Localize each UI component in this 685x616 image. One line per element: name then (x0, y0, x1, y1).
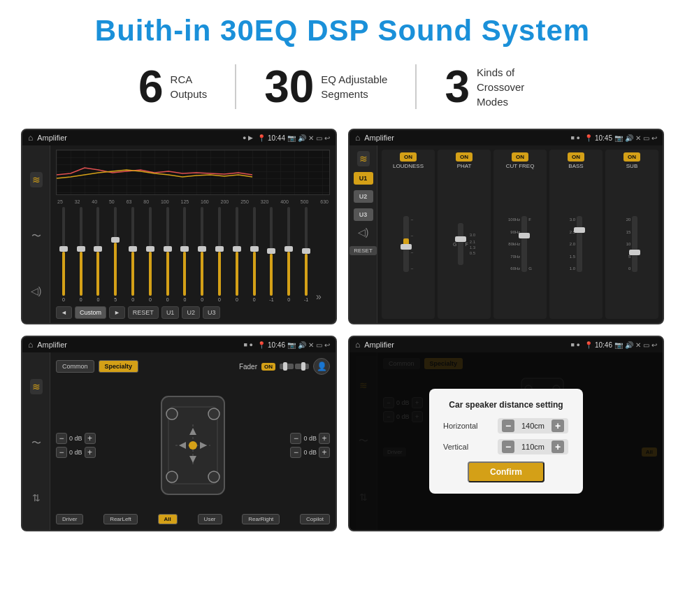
eq-expand-btn[interactable]: » (316, 291, 330, 302)
vol-plus-1[interactable]: + (85, 433, 96, 444)
eq-u2-btn[interactable]: U2 (182, 306, 200, 319)
vol-plus-3[interactable]: + (319, 433, 330, 444)
vol-plus-4[interactable]: + (319, 447, 330, 458)
vol-minus-4[interactable]: − (290, 447, 301, 458)
horizontal-minus-btn[interactable]: − (502, 420, 514, 432)
crossover-home-icon: ⌂ (355, 133, 360, 143)
crossover-u2-btn[interactable]: U2 (354, 190, 373, 203)
crossover-u1-btn[interactable]: U1 (354, 172, 373, 185)
phat-label: PHAT (457, 163, 472, 169)
fader-common-tab[interactable]: Common (56, 360, 94, 373)
dialog-horizontal-row: Horizontal − 140cm + (443, 418, 569, 434)
horizontal-plus-btn[interactable]: + (551, 420, 564, 432)
svg-point-9 (189, 441, 197, 450)
crossover-volume-icon: 🔊 (625, 134, 633, 142)
horizontal-stepper: − 140cm + (498, 418, 568, 434)
driver-btn[interactable]: Driver (56, 514, 83, 524)
user-btn[interactable]: User (198, 514, 222, 524)
eq-home-icon: ⌂ (28, 133, 33, 143)
phat-on-btn[interactable]: ON (456, 152, 473, 162)
copilot-btn[interactable]: Copilot (300, 514, 330, 524)
vol-control-2: − 0 dB + (56, 447, 96, 458)
eq-custom-btn[interactable]: Custom (75, 306, 106, 319)
eq-slider-7: 0 (160, 207, 175, 302)
loudness-label: LOUDNESS (393, 163, 424, 169)
eq-camera-icon: 📷 (287, 134, 296, 142)
vol-value-4: 0 dB (303, 449, 317, 456)
crossover-app-title: Amplifier (364, 134, 566, 142)
eq-slider-13: -1 (264, 207, 280, 302)
crossover-u3-btn[interactable]: U3 (354, 208, 373, 221)
eq-freq-labels: 253240506380100125160200250320400500630 (56, 199, 330, 204)
loudness-on-btn[interactable]: ON (400, 152, 417, 162)
dialog-status-bar: ⌂ Amplifier ■ ● 📍 10:46 📷 🔊 ✕ ▭ ↩ (349, 337, 663, 352)
vertical-minus-btn[interactable]: − (502, 440, 514, 453)
vol-minus-3[interactable]: − (290, 433, 301, 444)
eq-graph-svg (57, 150, 329, 194)
sub-label: SUB (626, 163, 637, 169)
eq-sidebar-speaker-icon[interactable]: ◁) (31, 285, 42, 296)
sub-on-btn[interactable]: ON (623, 152, 640, 162)
crossover-content: ≋ U1 U2 U3 ◁) RESET ON LOUDNESS (349, 145, 663, 323)
crossover-speaker-icon[interactable]: ◁) (358, 227, 369, 238)
vol-minus-1[interactable]: − (56, 433, 67, 444)
fader-bottom-bar: Driver RearLeft All User RearRight Copil… (56, 514, 330, 524)
eq-next-btn[interactable]: ► (109, 306, 125, 319)
vol-plus-2[interactable]: + (85, 447, 96, 458)
svg-point-5 (166, 471, 178, 482)
crossover-channel-sub: ON SUB 20151050 (605, 150, 658, 319)
screenshots-grid: ⌂ Amplifier ● ▶ 📍 10:44 📷 🔊 ✕ ▭ ↩ ≋ 〜 ◁) (21, 129, 664, 531)
eq-u3-btn[interactable]: U3 (203, 306, 221, 319)
vertical-plus-btn[interactable]: + (551, 440, 564, 453)
crossover-main: ON LOUDNESS –––– (377, 145, 663, 323)
fader-eq-icon[interactable]: ≋ (30, 379, 43, 394)
all-btn[interactable]: All (158, 514, 178, 524)
stat-text-eq: EQ Adjustable Segments (321, 72, 387, 101)
fader-wave-icon[interactable]: 〜 (31, 437, 41, 450)
fader-arrows-icon[interactable]: ⇅ (32, 492, 41, 503)
rearright-btn[interactable]: RearRight (242, 514, 280, 524)
vol-control-1: − 0 dB + (56, 433, 96, 444)
cutfreq-label: CUT FREQ (506, 163, 535, 169)
eq-volume-icon: 🔊 (298, 134, 306, 142)
fader-main: Common Specialty Fader ON 👤 (50, 352, 336, 530)
rearleft-btn[interactable]: RearLeft (103, 514, 138, 524)
fader-camera-icon: 📷 (287, 341, 296, 349)
vol-minus-2[interactable]: − (56, 447, 67, 458)
vertical-label: Vertical (443, 443, 492, 451)
fader-settings-btn[interactable]: 👤 (313, 358, 330, 375)
dialog-app-title: Amplifier (364, 341, 566, 349)
crossover-x-icon: ✕ (635, 134, 641, 142)
horizontal-value: 140cm (517, 422, 549, 430)
eq-slider-5: 0 (125, 207, 140, 302)
dialog-vertical-row: Vertical − 110cm + (443, 439, 569, 454)
bass-on-btn[interactable]: ON (568, 152, 584, 162)
fader-on-badge[interactable]: ON (261, 363, 275, 371)
fader-label: Fader (239, 363, 257, 371)
fader-home-icon: ⌂ (28, 340, 33, 350)
fader-specialty-tab[interactable]: Specialty (99, 360, 139, 373)
crossover-channel-loudness: ON LOUDNESS –––– (382, 150, 435, 319)
vol-control-3: − 0 dB + (290, 433, 330, 444)
eq-sidebar-wave-icon[interactable]: 〜 (31, 230, 41, 243)
stat-text-crossover: Kinds of Crossover Modes (477, 65, 547, 109)
eq-battery-icon: ▭ (316, 134, 322, 142)
dialog-title: Car speaker distance setting (443, 400, 569, 410)
eq-reset-btn[interactable]: RESET (128, 306, 159, 319)
eq-prev-btn[interactable]: ◄ (56, 306, 72, 319)
fader-sidebar: ≋ 〜 ⇅ (22, 352, 50, 530)
fader-battery-icon: ▭ (316, 341, 322, 349)
eq-slider-1: 0 (56, 207, 71, 302)
eq-sidebar-eq-icon[interactable]: ≋ (30, 172, 43, 187)
eq-graph (56, 150, 330, 195)
fader-time: 10:46 (268, 341, 285, 349)
crossover-eq-icon[interactable]: ≋ (357, 151, 370, 166)
crossover-camera-icon: 📷 (614, 134, 623, 142)
crossover-reset-btn[interactable]: RESET (349, 246, 377, 255)
eq-u1-btn[interactable]: U1 (161, 306, 180, 319)
stat-rca: 6 RCA Outputs (110, 64, 236, 109)
eq-back-icon: ↩ (324, 134, 330, 142)
confirm-button[interactable]: Confirm (468, 461, 545, 482)
eq-sliders-row: 0 0 (56, 207, 330, 302)
cutfreq-on-btn[interactable]: ON (512, 152, 528, 162)
